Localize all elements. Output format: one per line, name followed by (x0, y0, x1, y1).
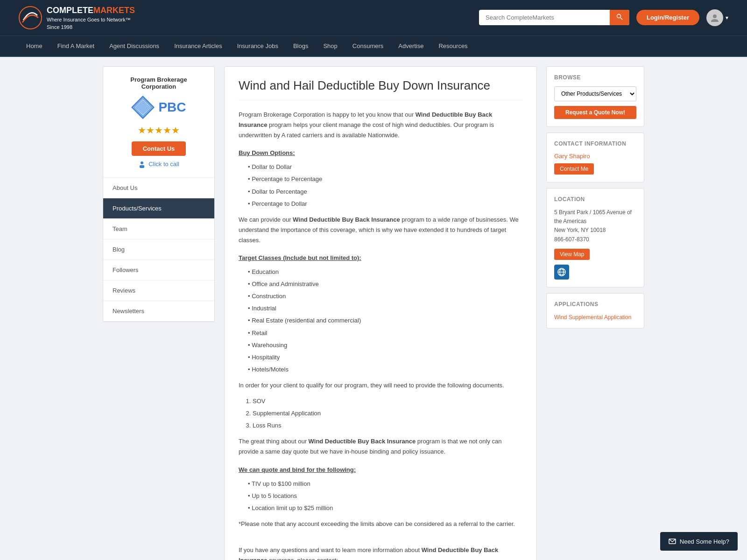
chevron-down-icon: ▾ (726, 14, 728, 21)
avatar-area[interactable]: ▾ (706, 9, 728, 26)
right-panel: Browse Other Products/Services Request a… (546, 66, 644, 560)
svg-marker-6 (132, 97, 154, 118)
content-body: Program Brokerage Corporation is happy t… (239, 110, 522, 560)
logo-tagline: Where Insurance Goes to Network™ (47, 16, 135, 23)
docs-list: SOV Supplemental Application Loss Runs (253, 396, 522, 431)
help-button[interactable]: Need Some Help? (660, 532, 738, 551)
list-item: Industrial (248, 303, 522, 314)
search-button[interactable] (610, 10, 629, 25)
pbc-logo: PBC (113, 96, 205, 119)
click-to-call[interactable]: Click to call (113, 161, 205, 168)
email-icon (669, 538, 676, 545)
sidebar-item-newsletters[interactable]: Newsletters (103, 301, 214, 322)
nav-advertise[interactable]: Advertise (391, 36, 431, 56)
person-icon (138, 161, 146, 168)
svg-point-1 (617, 14, 620, 18)
globe-icon[interactable] (554, 265, 569, 280)
company-name: Program Brokerage Corporation (113, 76, 205, 90)
list-item: Retail (248, 328, 522, 338)
buydown-heading: Buy Down Options: (239, 148, 522, 158)
note: *Please note that any account exceeding … (239, 519, 522, 529)
list-item: Percentage to Percentage (248, 174, 522, 184)
nav-insurance-jobs[interactable]: Insurance Jobs (230, 36, 286, 56)
nav-home[interactable]: Home (19, 36, 50, 56)
nav-consumers[interactable]: Consumers (345, 36, 391, 56)
logo-area: COMPLETEMARKETS Where Insurance Goes to … (19, 5, 135, 31)
quote-items: TIV up to $100 million Up to 5 locations… (248, 479, 522, 513)
svg-line-2 (620, 18, 622, 20)
list-item: Hospitality (248, 352, 522, 363)
applications-title: APPLICATIONS (554, 301, 636, 308)
sidebar-item-products-services[interactable]: Products/Services (103, 198, 214, 219)
location-card: LOCATION 5 Bryant Park / 1065 Avenue of … (546, 188, 644, 287)
logo-since: Since 1998 (47, 24, 135, 31)
logo-brand: COMPLETEMARKETS (47, 5, 135, 16)
list-item: Education (248, 267, 522, 277)
logo-icon (19, 6, 42, 29)
docs-intro: In order for your client to qualify for … (239, 380, 522, 391)
page-container: Program Brokerage Corporation PBC ★★★★★ … (93, 66, 654, 560)
svg-point-3 (713, 14, 717, 18)
search-input[interactable] (479, 10, 610, 25)
nav: Home Find A Market Agent Discussions Ins… (0, 35, 747, 56)
nav-resources[interactable]: Resources (431, 36, 475, 56)
list-item: Warehousing (248, 340, 522, 350)
location-title: LOCATION (554, 196, 636, 203)
target-heading: Target Classes (Include but not limited … (239, 253, 522, 263)
svg-point-8 (141, 161, 143, 164)
sidebar-item-reviews[interactable]: Reviews (103, 280, 214, 301)
contact-me-button[interactable]: Contact Me (554, 163, 594, 175)
list-item: Hotels/Motels (248, 364, 522, 375)
nav-shop[interactable]: Shop (316, 36, 345, 56)
contact-us-button[interactable]: Contact Us (132, 141, 186, 156)
logo-text: COMPLETEMARKETS Where Insurance Goes to … (47, 5, 135, 31)
search-bar[interactable] (479, 10, 629, 25)
target-classes-list: Education Office and Administrative Cons… (248, 267, 522, 375)
sidebar-item-about-us[interactable]: About Us (103, 178, 214, 198)
nav-agent-discussions[interactable]: Agent Discussions (102, 36, 167, 56)
view-map-button[interactable]: View Map (554, 249, 590, 260)
wind-supplemental-application-link[interactable]: Wind Supplemental Application (554, 314, 631, 321)
svg-rect-9 (140, 165, 144, 168)
avatar (706, 9, 723, 26)
header: COMPLETEMARKETS Where Insurance Goes to … (0, 0, 747, 35)
login-register-button[interactable]: Login/Register (636, 10, 699, 25)
list-item: Percentage to Dollar (248, 199, 522, 209)
list-item: Dollar to Percentage (248, 187, 522, 197)
applications-card: APPLICATIONS Wind Supplemental Applicati… (546, 293, 644, 329)
contact-name: Gary Shapiro (554, 153, 636, 160)
sidebar-top: Program Brokerage Corporation PBC ★★★★★ … (103, 67, 214, 178)
list-item: Loss Runs (253, 420, 522, 431)
nav-insurance-articles[interactable]: Insurance Articles (167, 36, 230, 56)
request-quote-button[interactable]: Request a Quote Now! (554, 106, 636, 119)
nav-find-market[interactable]: Find A Market (50, 36, 102, 56)
location-address: 5 Bryant Park / 1065 Avenue of the Ameri… (554, 208, 636, 244)
quote-heading: We can quote and bind for the following: (239, 465, 522, 475)
list-item: Location limit up to $25 million (248, 503, 522, 513)
sidebar-item-team[interactable]: Team (103, 219, 214, 239)
page-title: Wind and Hail Deductible Buy Down Insura… (239, 78, 522, 100)
browse-select[interactable]: Other Products/Services (554, 86, 636, 101)
browse-title: Browse (554, 74, 636, 81)
intro-paragraph: Program Brokerage Corporation is happy t… (239, 110, 522, 140)
contact-info-title: CONTACT INFORMATION (554, 140, 636, 147)
stars: ★★★★★ (113, 125, 205, 136)
nav-blogs[interactable]: Blogs (286, 36, 316, 56)
list-item: Up to 5 locations (248, 491, 522, 501)
para2: We can provide our Wind Deductible Buy B… (239, 215, 522, 245)
pbc-label: PBC (158, 100, 186, 115)
header-right: Login/Register ▾ (479, 9, 728, 26)
list-item: Construction (248, 291, 522, 301)
list-item: SOV (253, 396, 522, 406)
list-item: Supplemental Application (253, 408, 522, 419)
contact-info-card: CONTACT INFORMATION Gary Shapiro Contact… (546, 133, 644, 182)
sidebar-item-blog[interactable]: Blog (103, 239, 214, 260)
list-item: Real Estate (residential and commercial) (248, 315, 522, 326)
sidebar-card: Program Brokerage Corporation PBC ★★★★★ … (103, 66, 215, 322)
browse-card: Browse Other Products/Services Request a… (546, 66, 644, 127)
buydown-options: Dollar to Dollar Percentage to Percentag… (248, 162, 522, 209)
pbc-diamond-icon (131, 96, 155, 119)
contact-para: If you have any questions and want to le… (239, 545, 522, 560)
sidebar: Program Brokerage Corporation PBC ★★★★★ … (103, 66, 215, 560)
sidebar-item-followers[interactable]: Followers (103, 260, 214, 280)
